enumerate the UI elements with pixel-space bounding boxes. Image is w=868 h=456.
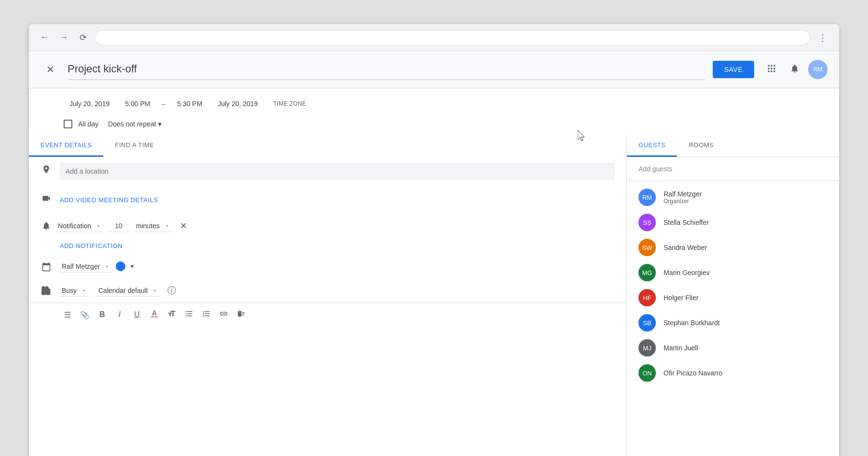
repeat-button[interactable]: Does not repeat ▾	[104, 117, 165, 131]
guest-info: Marin Georgiev	[664, 269, 827, 276]
guest-role: Organizer	[664, 198, 827, 205]
guest-name: Ofir Picazo Navarro	[664, 369, 827, 377]
guest-name: Martin Juell	[664, 344, 827, 352]
forward-button[interactable]: →	[56, 30, 71, 45]
time-separator: –	[160, 100, 167, 108]
italic-icon: I	[119, 310, 121, 319]
status-select[interactable]: Busy Free	[60, 285, 89, 297]
font-color-icon	[150, 309, 159, 320]
notification-type-select[interactable]: Notification	[56, 220, 103, 232]
location-input[interactable]	[60, 163, 615, 180]
font-color-button[interactable]	[147, 307, 162, 322]
ordered-list-icon	[202, 309, 211, 320]
avatar: SS	[638, 214, 656, 231]
guest-info: Ofir Picazo Navarro	[664, 369, 827, 377]
list-item: HF Holger Flier	[627, 285, 839, 310]
link-button[interactable]	[216, 307, 231, 322]
add-guests-input[interactable]	[627, 157, 839, 181]
tab-guests[interactable]: GUESTS	[627, 135, 677, 157]
status-icon	[41, 285, 52, 297]
repeat-label: Does not repeat	[108, 120, 156, 128]
address-bar[interactable]	[95, 30, 810, 45]
avatar: SW	[638, 239, 656, 256]
avatar: MJ	[638, 339, 656, 357]
event-title-input[interactable]	[68, 59, 705, 80]
user-avatar[interactable]: RM	[808, 60, 827, 79]
end-time-button[interactable]: 5:30 PM	[171, 96, 208, 111]
guest-name: Sandra Weber	[664, 244, 827, 251]
visibility-select[interactable]: Calendar default Public Private	[96, 285, 160, 297]
guest-info: Martin Juell	[664, 344, 827, 352]
editor-toolbar: ☰ 📎 B I U	[29, 303, 626, 326]
list-item: SS Stella Schieffer	[627, 210, 839, 235]
location-icon	[41, 164, 52, 175]
list-item: SW Sandra Weber	[627, 235, 839, 260]
bold-icon: B	[99, 310, 105, 319]
svg-rect-8	[773, 70, 775, 72]
avatar: SB	[638, 314, 656, 332]
tab-rooms[interactable]: ROOMS	[677, 135, 725, 157]
start-date-button[interactable]: July 20, 2019	[64, 96, 115, 111]
list-item: RM Ralf Metzger Organizer	[627, 185, 839, 210]
calendar-color-arrow[interactable]: ▼	[129, 263, 135, 270]
bold-button[interactable]: B	[95, 307, 110, 322]
avatar: MG	[638, 264, 656, 281]
guest-info: Ralf Metzger Organizer	[664, 190, 827, 205]
status-row: Busy Free Calendar default Public Privat…	[29, 278, 626, 303]
allday-label: All day	[78, 120, 98, 128]
guest-name: Marin Georgiev	[664, 269, 827, 276]
unordered-list-icon	[185, 309, 193, 320]
browser-menu-button[interactable]: ⋮	[814, 30, 831, 45]
svg-rect-5	[773, 68, 775, 69]
list-item: MG Marin Georgiev	[627, 260, 839, 285]
svg-rect-6	[768, 70, 770, 72]
guest-info: Stephan Burkhardt	[664, 319, 827, 327]
unordered-list-button[interactable]	[181, 307, 197, 322]
right-tabs: GUESTS ROOMS	[627, 135, 839, 157]
timezone-button[interactable]: TIME ZONE	[268, 97, 312, 111]
attach-button[interactable]: 📎	[77, 307, 93, 322]
svg-rect-4	[771, 68, 772, 69]
remove-format-button[interactable]	[233, 307, 249, 322]
help-icon[interactable]: ⓘ	[167, 285, 176, 296]
notification-icon	[41, 220, 52, 232]
svg-rect-7	[771, 70, 772, 72]
end-date-button[interactable]: July 20, 2019	[212, 96, 263, 111]
save-button[interactable]: SAVE	[713, 61, 754, 78]
close-button[interactable]: ✕	[41, 60, 60, 79]
tab-find-a-time[interactable]: FIND A TIME	[103, 135, 165, 157]
calendar-owner-select[interactable]: Ralf Metzger	[60, 261, 112, 273]
guest-info: Sandra Weber	[664, 244, 827, 251]
apps-button[interactable]	[762, 60, 781, 79]
back-button[interactable]: ←	[37, 30, 52, 45]
guest-list: RM Ralf Metzger Organizer SS Stella Schi…	[627, 181, 839, 389]
calendar-color-dot[interactable]	[116, 262, 125, 271]
tab-event-details[interactable]: EVENT DETAILS	[29, 135, 103, 157]
repeat-arrow-icon: ▾	[158, 120, 162, 128]
description-icon-button[interactable]: ☰	[60, 307, 75, 322]
guest-name: Ralf Metzger	[664, 190, 827, 198]
allday-checkbox[interactable]	[64, 120, 72, 128]
description-icon: ☰	[64, 310, 71, 319]
add-notification-button[interactable]: ADD NOTIFICATION	[29, 237, 134, 254]
calendar-icon	[41, 261, 52, 273]
svg-rect-9	[151, 317, 158, 318]
remove-format-icon	[237, 309, 245, 320]
underline-button[interactable]: U	[129, 307, 145, 322]
video-meeting-button[interactable]: ADD VIDEO MEETING DETAILS	[60, 192, 158, 208]
avatar-initials: RM	[814, 66, 823, 73]
italic-button[interactable]: I	[112, 307, 127, 322]
guest-name: Holger Flier	[664, 294, 827, 302]
notifications-button[interactable]	[785, 60, 804, 79]
close-icon: ✕	[46, 64, 54, 75]
remove-icon: ✕	[180, 221, 187, 231]
notification-remove-button[interactable]: ✕	[176, 218, 191, 234]
list-item: MJ Martin Juell	[627, 335, 839, 360]
ordered-list-button[interactable]	[199, 307, 214, 322]
font-size-button[interactable]	[164, 307, 179, 322]
start-time-button[interactable]: 5:00 PM	[119, 96, 156, 111]
notification-value-input[interactable]	[107, 220, 130, 232]
refresh-button[interactable]: ⟳	[75, 30, 91, 45]
calendar-select-wrapper: Ralf Metzger ▼	[60, 261, 135, 273]
notification-unit-select[interactable]: minutes hours days weeks	[134, 220, 172, 232]
